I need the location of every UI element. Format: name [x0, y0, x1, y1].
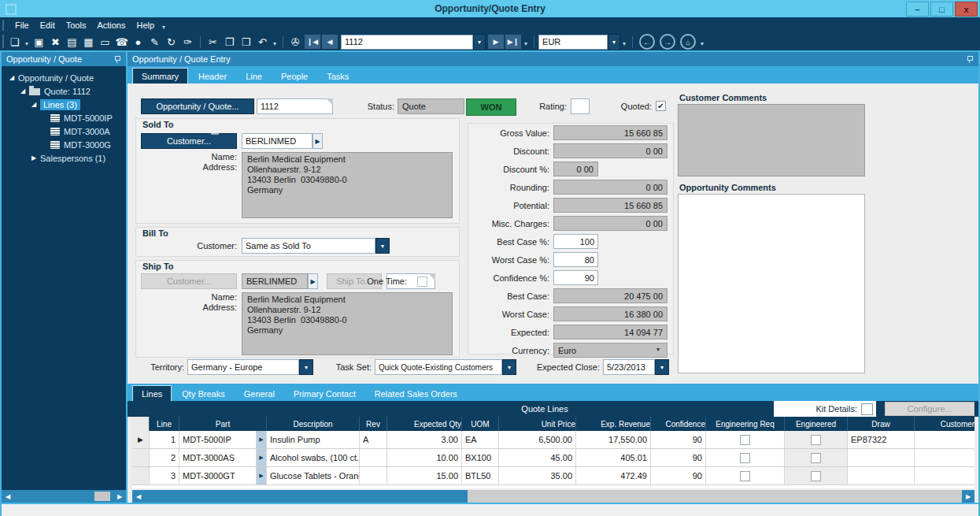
cell-customer[interactable]: [915, 467, 974, 484]
cell-uom[interactable]: BTL50: [462, 467, 499, 484]
cell-customer[interactable]: [915, 431, 974, 448]
col-rev[interactable]: Rev: [360, 417, 387, 431]
part-lookup-icon[interactable]: ▶: [257, 449, 267, 466]
best-case-pct-input[interactable]: 100: [553, 234, 598, 249]
col-exp-revenue[interactable]: Exp. Revenue: [576, 417, 651, 431]
cell-exp-revenue[interactable]: 472.49: [576, 467, 651, 484]
col-customer[interactable]: Customer: [915, 417, 974, 431]
menu-file[interactable]: File: [9, 20, 35, 30]
col-description[interactable]: Description: [267, 417, 360, 431]
opportunity-quote-button[interactable]: Opportunity / Quote...: [141, 98, 254, 114]
cell-description[interactable]: Glucose Tablets - Orange Glucose: [267, 467, 360, 484]
subtab-related-sales-orders[interactable]: Related Sales Orders: [366, 386, 466, 401]
nav-first-button[interactable]: ❙◀: [305, 35, 320, 49]
edit-overflow-icon[interactable]: ▾: [273, 40, 276, 47]
engineered-checkbox[interactable]: [811, 435, 821, 445]
kit-details-checkbox[interactable]: [861, 403, 873, 415]
col-line[interactable]: Line: [150, 417, 179, 431]
col-engineering-req[interactable]: Engineering Req: [706, 417, 785, 431]
part-lookup-icon[interactable]: ▶: [257, 467, 267, 484]
binoculars-icon[interactable]: ✇: [287, 35, 304, 50]
history-overflow-icon[interactable]: ▾: [701, 40, 704, 47]
quote-number-dropdown-icon[interactable]: ▾: [473, 34, 486, 50]
cell-customer[interactable]: [915, 449, 974, 466]
tab-tasks[interactable]: Tasks: [318, 69, 357, 84]
copy-icon[interactable]: ❐: [221, 35, 238, 50]
nav-overflow-icon[interactable]: ▾: [524, 40, 527, 47]
col-part[interactable]: Part: [179, 417, 267, 431]
tree-node-line-2[interactable]: MDT-3000A: [2, 124, 126, 138]
quoted-checkbox[interactable]: ✔: [656, 101, 666, 111]
cell-line[interactable]: 3: [150, 467, 179, 484]
cell-draw[interactable]: EP87322: [848, 431, 915, 448]
expand-open-icon[interactable]: ◢: [30, 101, 38, 108]
row-selector[interactable]: [132, 467, 150, 484]
opportunity-number-input[interactable]: 1112: [257, 98, 333, 114]
tree-node-root[interactable]: ◢ Opportunity / Quote: [2, 71, 126, 84]
ship-to-customer-lookup-icon[interactable]: ▶: [308, 273, 318, 289]
cell-engineered[interactable]: [785, 431, 848, 448]
cell-confidence[interactable]: 90: [651, 467, 706, 484]
cell-draw[interactable]: [848, 467, 915, 484]
delete-icon[interactable]: ✖: [47, 35, 64, 50]
new-icon[interactable]: ❏: [6, 35, 23, 50]
task-set-dropdown-icon[interactable]: ▾: [502, 359, 516, 375]
cell-part[interactable]: MDT-5000IP: [179, 431, 257, 448]
cell-confidence[interactable]: 90: [651, 449, 706, 466]
menu-tools[interactable]: Tools: [61, 20, 92, 30]
grid-scrollbar-thumb[interactable]: [145, 490, 468, 503]
subtab-general[interactable]: General: [235, 386, 283, 401]
sold-to-customer-button[interactable]: Customer...: [141, 133, 237, 149]
nav-prev-button[interactable]: ◀: [322, 35, 338, 49]
engineered-checkbox[interactable]: [811, 471, 821, 481]
pin-icon[interactable]: [967, 56, 972, 62]
scroll-right-icon[interactable]: ▶: [962, 490, 974, 503]
expected-close-dropdown-icon[interactable]: ▾: [655, 359, 669, 375]
pin-icon[interactable]: [114, 56, 120, 62]
tree-node-salespersons[interactable]: ▶ Salespersons (1): [2, 151, 126, 165]
col-unit-price[interactable]: Unit Price: [499, 417, 576, 431]
quote-number-input[interactable]: 1112: [341, 35, 473, 50]
cell-exp-revenue[interactable]: 405.01: [576, 449, 651, 466]
cell-engineered[interactable]: [785, 449, 848, 466]
menu-overflow-icon[interactable]: ▾: [162, 24, 165, 31]
cell-unit-price[interactable]: 35.00: [499, 467, 576, 484]
expected-close-input[interactable]: 5/23/2013: [603, 359, 655, 375]
close-button[interactable]: x: [955, 2, 978, 17]
sold-to-customer-id-input[interactable]: BERLINMED: [242, 133, 312, 149]
cell-expected-qty[interactable]: 10.00: [387, 449, 462, 466]
bill-to-customer-select[interactable]: Same as Sold To: [242, 238, 375, 254]
menu-actions[interactable]: Actions: [91, 20, 131, 30]
grid-row-2[interactable]: 2 MDT-3000AS ▶ Alcohol swabs, (100 ct.) …: [132, 449, 974, 467]
col-draw[interactable]: Draw: [848, 417, 915, 431]
cell-expected-qty[interactable]: 3.00: [387, 431, 462, 448]
cell-line[interactable]: 2: [150, 449, 179, 466]
currency-select[interactable]: EUR: [538, 35, 608, 50]
menu-help[interactable]: Help: [131, 20, 160, 30]
memo-icon[interactable]: ▭: [97, 35, 113, 50]
opportunity-comments-box[interactable]: [678, 194, 865, 373]
minimize-button[interactable]: –: [906, 2, 929, 17]
cell-description[interactable]: Insulin Pump: [267, 431, 360, 448]
col-uom[interactable]: UOM: [462, 417, 499, 431]
grid-row-1[interactable]: ▶ 1 MDT-5000IP ▶ Insulin Pump A 3.00 EA …: [132, 431, 974, 449]
cell-uom[interactable]: BX100: [462, 449, 499, 466]
clear-icon[interactable]: ✑: [179, 35, 196, 50]
save-icon[interactable]: ▣: [31, 35, 47, 50]
currency-field[interactable]: Euro: [553, 343, 668, 358]
cell-expected-qty[interactable]: 15.00: [387, 467, 462, 484]
currency-dropdown-icon[interactable]: ▾: [656, 346, 660, 353]
engineering-req-checkbox[interactable]: [740, 453, 750, 463]
cell-exp-revenue[interactable]: 17,550.00: [576, 431, 651, 448]
subtab-primary-contact[interactable]: Primary Contact: [285, 386, 364, 401]
cell-description[interactable]: Alcohol swabs, (100 ct.) for hygien: [267, 449, 360, 466]
maximize-button[interactable]: □: [930, 2, 953, 17]
grid-icon[interactable]: ▦: [80, 35, 97, 50]
cell-engineered[interactable]: [785, 467, 848, 484]
subtab-lines[interactable]: Lines: [132, 385, 172, 401]
nav-last-button[interactable]: ▶❙: [505, 35, 521, 49]
tree-scrollbar-thumb[interactable]: [94, 492, 110, 501]
engineering-req-checkbox[interactable]: [740, 471, 750, 481]
cell-line[interactable]: 1: [150, 431, 179, 448]
confidence-pct-input[interactable]: 90: [553, 270, 598, 285]
